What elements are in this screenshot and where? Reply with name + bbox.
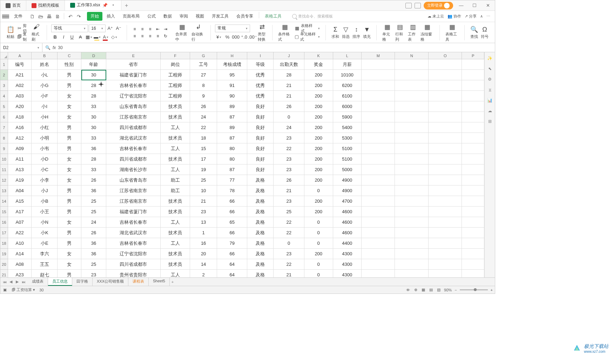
cell[interactable]: 出勤天数 (274, 59, 304, 70)
merge-button[interactable]: ▦合并居中 (174, 22, 190, 43)
cell[interactable] (429, 112, 462, 122)
cell[interactable]: A15 (8, 196, 32, 207)
cell[interactable] (462, 133, 484, 143)
cell[interactable]: 13 (190, 217, 217, 228)
orientation-icon[interactable]: ↻ (162, 33, 169, 39)
currency-icon[interactable]: ¥▾ (215, 34, 223, 41)
cell[interactable]: 小B (32, 196, 58, 207)
cell[interactable] (362, 122, 395, 133)
cell[interactable]: 10 (190, 186, 217, 196)
cell[interactable]: 女 (58, 217, 81, 228)
decrease-font-icon[interactable]: A⁻ (115, 25, 122, 32)
cell[interactable] (395, 154, 428, 164)
cell[interactable]: 23 (81, 270, 107, 277)
zoom-slider[interactable] (460, 289, 488, 290)
cell[interactable] (362, 217, 395, 228)
cell[interactable]: 36 (81, 249, 107, 259)
cell[interactable] (462, 70, 484, 80)
cell[interactable]: 吉林省长春市 (106, 143, 161, 154)
clear-format-button[interactable]: ◇▾ (110, 34, 118, 41)
cell[interactable]: 0 (304, 228, 333, 238)
cell[interactable]: 男 (58, 70, 81, 80)
view-normal-icon[interactable]: ▦ (421, 288, 426, 292)
cell[interactable] (462, 154, 484, 164)
cell[interactable] (395, 101, 428, 112)
row-header[interactable]: 3 (0, 80, 8, 91)
cell[interactable] (395, 122, 428, 133)
cell[interactable]: 考核成绩 (217, 59, 247, 70)
cell[interactable] (462, 207, 484, 217)
cell[interactable] (362, 133, 395, 143)
row-header[interactable]: 8 (0, 133, 8, 143)
cell[interactable] (462, 270, 484, 277)
hamburger-icon[interactable] (2, 15, 9, 18)
cell[interactable]: 吉林省长春市 (106, 80, 161, 91)
cell[interactable]: 87 (217, 112, 247, 122)
cell[interactable]: 工人 (161, 270, 190, 277)
cell[interactable] (395, 196, 428, 207)
cell[interactable] (362, 112, 395, 122)
cell[interactable]: 男 (58, 80, 81, 91)
cell[interactable]: 省市 (106, 59, 161, 70)
cell[interactable]: 年龄 (81, 59, 107, 70)
col-header-L[interactable]: L (333, 52, 362, 59)
cell[interactable]: 200 (304, 143, 333, 154)
menu-start[interactable]: 开始 (87, 12, 102, 21)
cell[interactable]: 0 (304, 186, 333, 196)
cell[interactable]: 200 (304, 154, 333, 164)
tab-home[interactable]: 首页 (0, 0, 26, 11)
cell[interactable] (362, 143, 395, 154)
worksheet-button[interactable]: ▥工作表 (406, 22, 419, 43)
cell[interactable]: 女 (58, 259, 81, 270)
cell[interactable]: 24 (274, 122, 304, 133)
cell[interactable]: 14 (190, 259, 217, 270)
symbol-button[interactable]: Ω符号 (479, 25, 490, 40)
cell[interactable]: 200 (304, 249, 333, 259)
cell[interactable]: 良好 (247, 133, 274, 143)
cell[interactable]: 小H (32, 112, 58, 122)
cell[interactable]: 小明 (32, 133, 58, 143)
cell[interactable]: 男 (58, 186, 81, 196)
cell[interactable]: 赵七 (32, 270, 58, 277)
cell[interactable]: 及格 (247, 175, 274, 186)
cell[interactable] (462, 217, 484, 228)
cell[interactable]: 姓名 (32, 59, 58, 70)
sp-select-icon[interactable]: ⬉ (487, 66, 493, 72)
cell[interactable]: 4600 (333, 217, 362, 228)
cell[interactable]: 64 (217, 259, 247, 270)
cell[interactable]: 200 (304, 101, 333, 112)
col-header-J[interactable]: J (274, 52, 304, 59)
cell[interactable] (395, 143, 428, 154)
increase-font-icon[interactable]: A⁺ (106, 25, 114, 32)
command-search[interactable]: 查找命令、搜索模板 (292, 14, 333, 19)
cell[interactable]: 小王 (32, 207, 58, 217)
cell[interactable]: A22 (8, 228, 32, 238)
sheet-tab[interactable]: 课程表 (128, 278, 149, 286)
cell[interactable]: 0 (304, 259, 333, 270)
cell[interactable]: 25 (81, 207, 107, 217)
cell[interactable]: 30 (81, 112, 107, 122)
cell[interactable]: 技术员 (161, 207, 190, 217)
cell[interactable]: 男 (58, 207, 81, 217)
cell[interactable]: A14 (8, 249, 32, 259)
cell[interactable]: 89 (217, 101, 247, 112)
cell[interactable]: 助工 (161, 186, 190, 196)
cell[interactable]: 技术员 (161, 249, 190, 259)
percent-icon[interactable]: % (223, 34, 231, 41)
row-header[interactable]: 14 (0, 196, 8, 207)
cell[interactable]: 男 (58, 143, 81, 154)
justify-icon[interactable]: ≡ (154, 33, 161, 39)
cell[interactable]: 女 (58, 154, 81, 164)
number-format-select[interactable]: 常规▾ (215, 25, 250, 32)
cell[interactable]: A21 (8, 70, 32, 80)
row-header[interactable]: 21 (0, 270, 8, 277)
cell[interactable]: A07 (8, 217, 32, 228)
cell[interactable]: 200 (304, 133, 333, 143)
close-icon[interactable]: • (111, 3, 116, 8)
cell[interactable] (429, 270, 462, 277)
row-header[interactable]: 7 (0, 122, 8, 133)
font-name-select[interactable]: 等线▾ (51, 25, 88, 32)
menu-vip[interactable]: 会员专享 (233, 12, 257, 21)
cell[interactable]: 28 (81, 80, 107, 91)
cell[interactable]: 江苏省南京市 (106, 196, 161, 207)
